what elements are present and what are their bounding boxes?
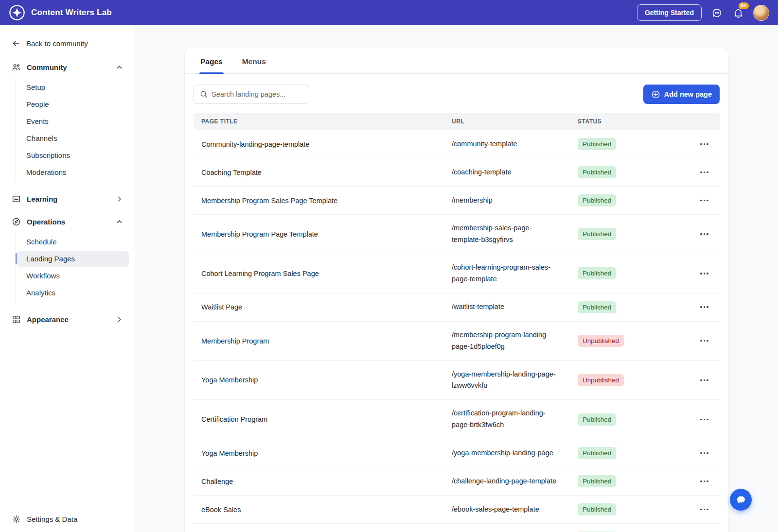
community-icon bbox=[12, 63, 21, 72]
row-more-actions-button[interactable] bbox=[696, 448, 712, 458]
status-badge: Unpublished bbox=[578, 374, 624, 386]
table-row: Yoga Membership /yoga-membership-landing… bbox=[194, 361, 720, 400]
row-more-actions-button[interactable] bbox=[696, 505, 712, 515]
tab-pages[interactable]: Pages bbox=[199, 47, 224, 73]
row-url: /yoga-membership-landing-page-lzww6vvkfu bbox=[444, 361, 570, 400]
table-row: Certification Program /certification-pro… bbox=[194, 400, 720, 439]
search-input[interactable] bbox=[194, 85, 309, 104]
table-row: Membership Program Sales Page Template /… bbox=[194, 187, 720, 215]
sidebar-item-schedule[interactable]: Schedule bbox=[16, 234, 129, 250]
chat-widget-button[interactable] bbox=[730, 489, 752, 511]
tabs-bar: Pages Menus bbox=[185, 47, 728, 74]
sidebar-item-landing-pages[interactable]: Landing Pages bbox=[16, 251, 129, 267]
sidebar-item-subscriptions[interactable]: Subscriptions bbox=[16, 147, 129, 163]
table-row: Challenge /challenge-landing-page-templa… bbox=[194, 467, 720, 496]
sidebar-item-workflows[interactable]: Workflows bbox=[16, 268, 129, 284]
row-more-actions-button[interactable] bbox=[696, 196, 712, 206]
row-more-actions-button[interactable] bbox=[696, 336, 712, 346]
back-arrow-icon bbox=[12, 39, 20, 48]
column-header-status: Status bbox=[570, 113, 689, 130]
sidebar-item-setup[interactable]: Setup bbox=[16, 79, 129, 95]
app-logo-icon[interactable] bbox=[9, 4, 25, 21]
row-url: /cohort-learning-program-sales-page-temp… bbox=[444, 254, 570, 293]
row-more-actions-button[interactable] bbox=[696, 376, 712, 385]
row-title: Yoga Membership bbox=[194, 442, 444, 465]
sidebar-nav: Community Setup People Events Channels S… bbox=[0, 54, 135, 328]
table-header-row: Page Title URL Status bbox=[194, 113, 720, 130]
row-url: /membership bbox=[444, 187, 570, 214]
row-title: Certification Program bbox=[194, 408, 444, 431]
row-title: Free Workshop bbox=[194, 526, 444, 532]
row-title: eBook Sales bbox=[194, 498, 444, 521]
learning-icon bbox=[12, 194, 21, 204]
table-body: Community-landing-page-template /communi… bbox=[194, 130, 720, 532]
status-badge: Published bbox=[578, 503, 616, 515]
user-avatar[interactable] bbox=[753, 5, 769, 21]
operations-icon bbox=[12, 217, 21, 226]
notifications-bell-icon[interactable]: 9+ bbox=[732, 6, 744, 19]
chevron-up-icon bbox=[116, 64, 123, 71]
app-title: Content Writers Lab bbox=[31, 8, 112, 17]
add-new-page-button[interactable]: Add new page bbox=[643, 85, 720, 104]
sidebar-item-channels[interactable]: Channels bbox=[16, 130, 129, 146]
messages-icon[interactable] bbox=[710, 6, 723, 19]
column-header-url: URL bbox=[444, 113, 570, 130]
search-icon bbox=[199, 90, 208, 99]
row-url: /ebook-sales-page-template bbox=[444, 496, 570, 523]
row-url: /challenge-landing-page-template bbox=[444, 468, 570, 495]
row-more-actions-button[interactable] bbox=[696, 168, 712, 177]
chat-bubble-icon bbox=[735, 494, 747, 506]
row-url: /coaching-template bbox=[444, 159, 570, 186]
sidebar-item-analytics[interactable]: Analytics bbox=[16, 285, 129, 301]
landing-pages-card: Pages Menus Add new page bbox=[184, 47, 729, 532]
settings-and-data-link[interactable]: Settings & Data bbox=[0, 506, 135, 532]
status-badge: Unpublished bbox=[578, 335, 624, 347]
row-url: /waitlist-template bbox=[444, 293, 570, 321]
row-title: Yoga Membership bbox=[194, 368, 444, 392]
row-url: /free-workshop-landing-page bbox=[444, 524, 570, 532]
sidebar-section-appearance[interactable]: Appearance bbox=[0, 310, 135, 328]
row-title: Community-landing-page-template bbox=[194, 133, 444, 156]
community-sub-list: Setup People Events Channels Subscriptio… bbox=[16, 77, 135, 182]
section-label: Community bbox=[27, 63, 67, 71]
status-badge: Published bbox=[578, 447, 616, 459]
row-url: /membership-program-landing-page-1d5ploe… bbox=[444, 322, 570, 360]
status-badge: Published bbox=[578, 413, 616, 426]
row-title: Waitlist Page bbox=[194, 295, 444, 319]
table-row: Cohort Learning Program Sales Page /coho… bbox=[194, 254, 720, 293]
chevron-up-icon bbox=[116, 218, 123, 225]
sidebar-section-operations[interactable]: Operations bbox=[0, 213, 135, 231]
row-more-actions-button[interactable] bbox=[696, 415, 712, 425]
sidebar-item-moderations[interactable]: Moderations bbox=[16, 164, 129, 180]
row-more-actions-button[interactable] bbox=[696, 302, 712, 312]
section-label: Learning bbox=[27, 195, 57, 203]
main-content: Pages Menus Add new page bbox=[135, 25, 778, 532]
row-more-actions-button[interactable] bbox=[696, 269, 712, 278]
status-badge: Published bbox=[578, 267, 616, 279]
tab-menus[interactable]: Menus bbox=[241, 47, 267, 73]
row-more-actions-button[interactable] bbox=[696, 477, 712, 486]
status-badge: Published bbox=[578, 166, 616, 178]
pages-table: Page Title URL Status Community-landing-… bbox=[185, 113, 728, 532]
table-row: Membership Program /membership-program-l… bbox=[194, 322, 720, 361]
back-to-community-link[interactable]: Back to community bbox=[0, 25, 135, 54]
sidebar-section-learning[interactable]: Learning bbox=[0, 190, 135, 208]
status-badge: Published bbox=[578, 194, 616, 206]
row-more-actions-button[interactable] bbox=[696, 139, 712, 149]
row-more-actions-button[interactable] bbox=[696, 229, 712, 239]
getting-started-button[interactable]: Getting Started bbox=[637, 4, 702, 21]
row-title: Membership Program bbox=[194, 329, 444, 353]
status-badge: Published bbox=[578, 301, 616, 313]
notification-badge: 9+ bbox=[739, 2, 749, 9]
appearance-icon bbox=[12, 315, 21, 324]
chevron-right-icon bbox=[116, 195, 123, 203]
sidebar-item-people[interactable]: People bbox=[16, 96, 129, 112]
table-row: Community-landing-page-template /communi… bbox=[194, 130, 720, 158]
add-button-label: Add new page bbox=[664, 90, 712, 98]
settings-label: Settings & Data bbox=[27, 515, 77, 523]
sidebar-item-events[interactable]: Events bbox=[16, 113, 129, 129]
sidebar-section-community[interactable]: Community bbox=[0, 58, 135, 76]
topbar: Content Writers Lab Getting Started 9+ bbox=[0, 0, 778, 25]
row-url: /membership-sales-page-template-b3sgyfir… bbox=[444, 215, 570, 254]
row-url: /community-template bbox=[444, 131, 570, 158]
